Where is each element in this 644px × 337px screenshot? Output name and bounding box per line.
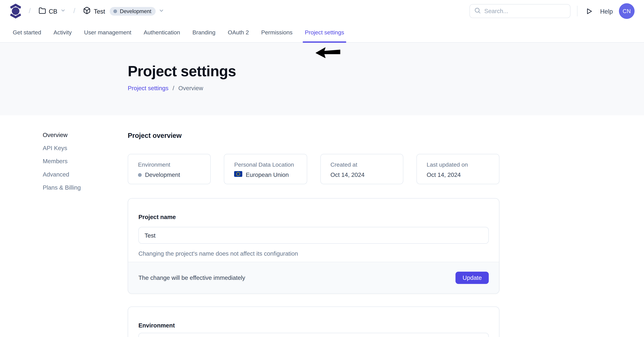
info-card-label: Created at <box>330 161 393 168</box>
chevron-down-icon <box>159 8 164 15</box>
header-divider <box>577 6 578 16</box>
info-card-value: Oct 14, 2024 <box>330 171 364 179</box>
project-name-helper: Changing the project's name does not aff… <box>138 250 488 258</box>
info-card-value: Oct 14, 2024 <box>426 171 461 179</box>
run-icon[interactable] <box>584 6 594 16</box>
info-card-value: European Union <box>246 171 289 179</box>
info-card-environment: Environment Development <box>128 154 211 184</box>
tab-project-settings[interactable]: Project settings <box>303 22 346 42</box>
tab-activity[interactable]: Activity <box>52 22 74 42</box>
info-cards-row: Environment Development Personal Data Lo… <box>128 154 500 184</box>
tab-oauth2[interactable]: OAuth 2 <box>226 22 251 42</box>
environment-panel: Environment Development <box>128 307 500 337</box>
tab-get-started[interactable]: Get started <box>11 22 43 42</box>
info-card-value: Development <box>145 171 180 179</box>
environment-label: Environment <box>138 322 488 329</box>
settings-sidebar: Overview API Keys Members Advanced Plans… <box>43 115 128 337</box>
breadcrumb-project-settings-link[interactable]: Project settings <box>128 85 168 92</box>
sidebar-item-overview[interactable]: Overview <box>43 131 128 139</box>
sidebar-item-api-keys[interactable]: API Keys <box>43 144 128 152</box>
sidebar-item-advanced[interactable]: Advanced <box>43 170 128 178</box>
chevron-down-icon <box>60 8 66 14</box>
info-card-label: Environment <box>138 161 200 168</box>
status-dot-icon <box>138 173 142 177</box>
status-dot-icon <box>113 9 117 13</box>
page-header: Project settings Project settings / Over… <box>0 43 644 115</box>
breadcrumb-separator: / <box>74 7 75 15</box>
project-name-crumb: Test <box>94 8 105 15</box>
breadcrumb-separator: / <box>29 7 31 15</box>
breadcrumb-separator: / <box>172 85 174 92</box>
project-name-panel-footer: The change will be effective immediately… <box>128 262 499 294</box>
org-name: CB <box>49 8 57 15</box>
avatar[interactable]: CN <box>619 3 635 19</box>
search-input[interactable] <box>484 8 566 14</box>
org-breadcrumb[interactable]: CB <box>38 7 66 15</box>
info-card-data-location: Personal Data Location <box>224 154 307 184</box>
main-nav-tabs: Get started Activity User management Aut… <box>0 22 644 43</box>
sidebar-item-members[interactable]: Members <box>43 157 128 165</box>
info-card-label: Last updated on <box>426 161 489 168</box>
search-box <box>470 4 570 18</box>
app-window: / CB / Test De <box>0 0 644 337</box>
environment-select[interactable]: Development <box>138 333 488 337</box>
tab-branding[interactable]: Branding <box>190 22 218 42</box>
project-name-label: Project name <box>138 213 488 221</box>
footer-note: The change will be effective immediately <box>138 275 245 281</box>
tab-authentication[interactable]: Authentication <box>142 22 182 42</box>
folder-icon <box>38 7 46 15</box>
corbado-logo-icon[interactable] <box>10 4 21 18</box>
breadcrumb-current: Overview <box>178 85 203 92</box>
info-card-created-at: Created at Oct 14, 2024 <box>320 154 403 184</box>
update-button[interactable]: Update <box>456 272 489 284</box>
sidebar-item-plans-billing[interactable]: Plans & Billing <box>43 183 128 192</box>
tab-user-management[interactable]: User management <box>82 22 134 42</box>
environment-badge-label: Development <box>120 8 152 14</box>
tab-permissions[interactable]: Permissions <box>259 22 294 42</box>
project-name-input[interactable] <box>138 227 488 244</box>
project-name-panel: Project name Changing the project's name… <box>128 198 500 294</box>
environment-badge: Development <box>110 7 156 15</box>
info-card-label: Personal Data Location <box>234 161 297 168</box>
breadcrumb: Project settings / Overview <box>128 85 644 92</box>
info-card-last-updated: Last updated on Oct 14, 2024 <box>416 154 500 184</box>
package-icon <box>83 7 91 16</box>
content-area: Overview API Keys Members Advanced Plans… <box>0 115 644 337</box>
eu-flag-icon <box>234 171 242 179</box>
search-icon <box>474 7 481 15</box>
section-title: Project overview <box>128 131 500 140</box>
page-title: Project settings <box>128 62 644 80</box>
settings-main: Project overview Environment Development… <box>128 115 500 337</box>
help-link[interactable]: Help <box>600 8 613 15</box>
project-breadcrumb[interactable]: Test Development <box>83 7 164 16</box>
top-bar: / CB / Test De <box>0 0 644 22</box>
